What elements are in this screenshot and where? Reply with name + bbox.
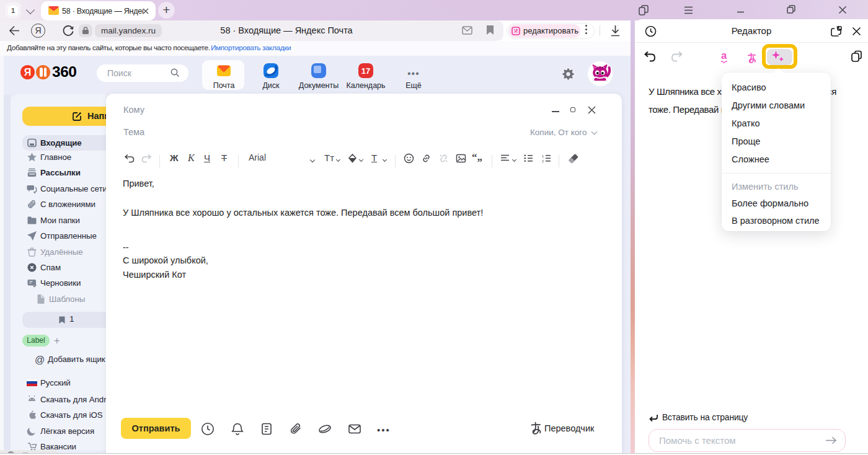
svg-text:1: 1 [542, 154, 544, 158]
svg-text:2: 2 [542, 159, 544, 163]
svg-text:17: 17 [361, 66, 370, 76]
